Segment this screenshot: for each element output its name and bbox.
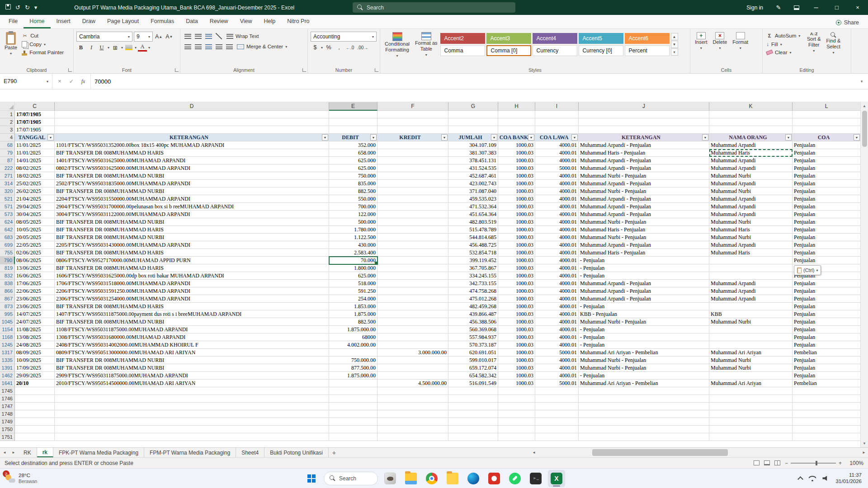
cell-C832[interactable]: 16/06/2025: [15, 272, 55, 280]
cell-C1[interactable]: 17/07/1905: [15, 111, 55, 118]
row-header-87[interactable]: 87: [0, 157, 15, 164]
new-sheet-button[interactable]: +: [329, 448, 340, 457]
cell-J87[interactable]: Muhammad Arpandi - Penjualan: [579, 157, 709, 164]
cell-L2[interactable]: [793, 118, 861, 126]
cell-G1751[interactable]: [448, 433, 498, 441]
cell-C867[interactable]: 23/06/2025: [15, 295, 55, 303]
cell-C1168[interactable]: 13/08/2025: [15, 333, 55, 341]
cell-L683[interactable]: Penjualan: [793, 234, 861, 241]
wifi-icon[interactable]: [809, 476, 816, 481]
row-header-1168[interactable]: 1168: [0, 333, 15, 341]
vscroll-thumb[interactable]: [862, 111, 867, 147]
cell-H1245[interactable]: 1000.03: [498, 341, 535, 349]
taskbar-edge-icon[interactable]: [465, 470, 482, 487]
hscroll-thumb[interactable]: [592, 449, 728, 456]
cell-I1168[interactable]: 4000.01: [535, 333, 579, 341]
cell-C790[interactable]: 08/06/2025: [15, 257, 55, 264]
row-header-271[interactable]: 271: [0, 172, 15, 180]
cell-H87[interactable]: 1000.03: [498, 157, 535, 164]
cell-J1750[interactable]: [579, 426, 709, 433]
cell-H1745[interactable]: [498, 387, 535, 395]
cell-C68[interactable]: 11/01/2025: [15, 141, 55, 149]
cell-D2[interactable]: [55, 118, 329, 126]
cell-F755[interactable]: [377, 249, 448, 257]
underline-button[interactable]: U: [97, 43, 106, 52]
cell-J867[interactable]: Muhammad Arpandi - Penjualan: [579, 295, 709, 303]
cell-D1335[interactable]: BIF TRANSFER DR 008MUHAMMAD NURBI: [55, 357, 329, 364]
zoom-in-icon[interactable]: +: [839, 460, 842, 466]
cell-H571[interactable]: 1000.03: [498, 203, 535, 211]
cell-K1391[interactable]: Muhammad Nurbi: [709, 364, 793, 372]
cell-L571[interactable]: Penjualan: [793, 203, 861, 211]
cell-F68[interactable]: [377, 141, 448, 149]
cell-H699[interactable]: 1000.03: [498, 241, 535, 249]
cell-E1748[interactable]: [329, 410, 377, 418]
style-percent[interactable]: Percent: [625, 45, 670, 56]
cell-F866[interactable]: [377, 287, 448, 295]
close-button[interactable]: ×: [847, 0, 868, 15]
cell-H1751[interactable]: [498, 433, 535, 441]
accounting-format-icon[interactable]: $: [311, 43, 320, 52]
cell-D867[interactable]: 2306/FTSCY/WS95031254000.00MUHAMMAD ARPA…: [55, 295, 329, 303]
cell-J1391[interactable]: Muhammad Nurbi - Penjualan: [579, 364, 709, 372]
cell-L699[interactable]: Penjualan: [793, 241, 861, 249]
cell-G867[interactable]: 475.012.268: [448, 295, 498, 303]
decrease-font-size-icon[interactable]: A▼: [165, 32, 174, 41]
cell-E222[interactable]: 625.000: [329, 164, 377, 172]
cell-C2[interactable]: 17/07/1905: [15, 118, 55, 126]
row-header-1462[interactable]: 1462: [0, 372, 15, 380]
cell-C573[interactable]: 30/04/2025: [15, 211, 55, 218]
cell-C571[interactable]: 29/04/2025: [15, 203, 55, 211]
cell-F1749[interactable]: [377, 418, 448, 426]
save-icon[interactable]: [5, 4, 11, 11]
cell-J1045[interactable]: Muhammad Nurbi - Penjualan: [579, 318, 709, 326]
cell-J1747[interactable]: [579, 403, 709, 410]
cell-K1749[interactable]: [709, 418, 793, 426]
cell-D832[interactable]: 1606/FTSCY/WS95031625000.00dp box roti b…: [55, 272, 329, 280]
bold-button[interactable]: B: [76, 43, 85, 52]
fill-color-icon[interactable]: [124, 43, 133, 52]
cell-C683[interactable]: 20/05/2025: [15, 234, 55, 241]
cell-H1748[interactable]: [498, 410, 535, 418]
undo-icon[interactable]: ↺: [15, 4, 20, 11]
cell-F1751[interactable]: [377, 433, 448, 441]
sheet-nav-left-icon[interactable]: ◄: [0, 448, 9, 457]
cell-I838[interactable]: 4000.01: [535, 280, 579, 287]
cell-K838[interactable]: Muhammad Arpandi: [709, 280, 793, 287]
cell-F699[interactable]: [377, 241, 448, 249]
cell-K1748[interactable]: [709, 410, 793, 418]
cell-C1317[interactable]: 08/09/2025: [15, 349, 55, 357]
cell-D521[interactable]: 2204/FTSCY/WS95031550000.00MUHAMMAD ARPA…: [55, 195, 329, 203]
cell-F571[interactable]: [377, 203, 448, 211]
sheet-tab-rk[interactable]: rk: [37, 448, 53, 457]
cell-C1745[interactable]: [15, 387, 55, 395]
cell-H320[interactable]: 1000.03: [498, 188, 535, 195]
cell-C79[interactable]: 11/01/2025: [15, 149, 55, 157]
sheet-tab-fpm[interactable]: FPM-PT Warna Media Packaging: [144, 448, 236, 457]
cell-L873[interactable]: Penjualan: [793, 303, 861, 310]
row-header-2[interactable]: 2: [0, 118, 15, 126]
cell-H1168[interactable]: 1000.03: [498, 333, 535, 341]
cell-F1335[interactable]: [377, 357, 448, 364]
cell-E314[interactable]: 835.000: [329, 180, 377, 188]
row-header-1[interactable]: 1: [0, 111, 15, 118]
row-header-832[interactable]: 832: [0, 272, 15, 280]
filter-button-icon[interactable]: ▼: [370, 134, 377, 141]
cell-C271[interactable]: 18/02/2025: [15, 172, 55, 180]
cell-K1[interactable]: [709, 111, 793, 118]
cell-K790[interactable]: [709, 257, 793, 264]
cell-K1245[interactable]: [709, 341, 793, 349]
cell-F1[interactable]: [377, 111, 448, 118]
cell-F1245[interactable]: [377, 341, 448, 349]
cell-I1462[interactable]: 4000.01: [535, 372, 579, 380]
zoom-slider-thumb[interactable]: [816, 461, 817, 465]
cell-K866[interactable]: Muhammad Arpandi: [709, 287, 793, 295]
row-header-571[interactable]: 571: [0, 203, 15, 211]
row-header-1746[interactable]: 1746: [0, 395, 15, 403]
cell-K1751[interactable]: [709, 433, 793, 441]
cell-H1746[interactable]: [498, 395, 535, 403]
cell-E79[interactable]: 658.000: [329, 149, 377, 157]
row-header-1317[interactable]: 1317: [0, 349, 15, 357]
sheet-tab-bukti-potong[interactable]: Bukti Potong Unifikasi: [264, 448, 329, 457]
style-comma-0-[interactable]: Comma [0]: [486, 45, 531, 56]
